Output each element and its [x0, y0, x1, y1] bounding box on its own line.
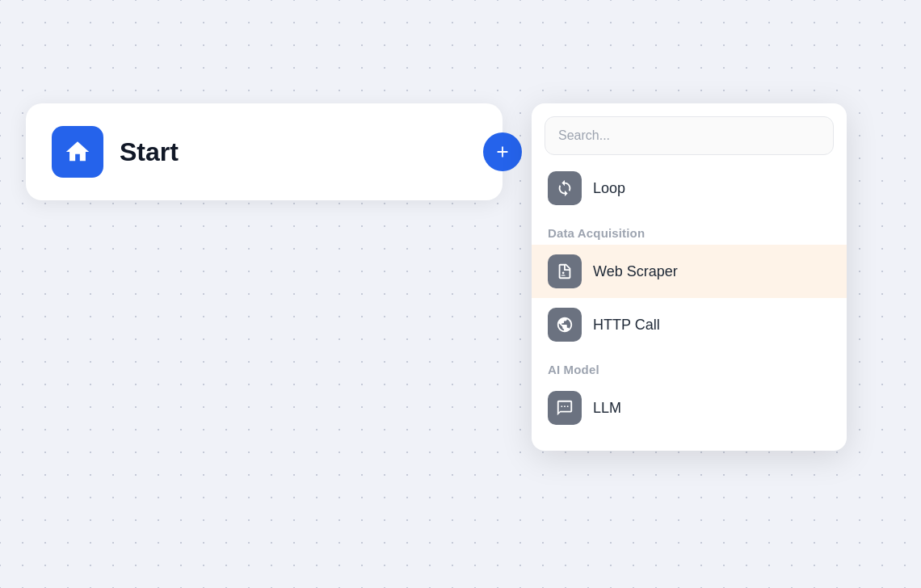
start-node-card: Start: [26, 103, 503, 200]
svg-point-2: [564, 405, 566, 407]
menu-item-http-call[interactable]: HTTP Call: [532, 298, 847, 351]
node-type-dropdown: Loop Data Acquisition Web Scraper HTTP C…: [532, 103, 847, 451]
http-call-label: HTTP Call: [593, 317, 660, 334]
menu-item-loop[interactable]: Loop: [532, 162, 847, 215]
plus-icon: [494, 143, 511, 161]
start-label: Start: [120, 137, 477, 167]
llm-label: LLM: [593, 400, 621, 417]
llm-icon-box: [548, 391, 582, 425]
start-icon-box: [52, 126, 103, 178]
web-scraper-label: Web Scraper: [593, 263, 678, 280]
section-header-data-acquisition: Data Acquisition: [532, 215, 847, 245]
loop-label: Loop: [593, 180, 625, 197]
http-call-icon: [556, 316, 574, 334]
home-icon: [64, 138, 91, 166]
search-wrapper: [532, 116, 847, 162]
svg-point-3: [567, 405, 569, 407]
menu-item-llm[interactable]: LLM: [532, 381, 847, 435]
menu-item-web-scraper[interactable]: Web Scraper: [532, 245, 847, 298]
svg-point-1: [561, 405, 562, 407]
add-step-button[interactable]: [483, 132, 522, 171]
loop-icon-box: [548, 171, 582, 205]
web-scraper-icon: [556, 262, 574, 280]
web-scraper-icon-box: [548, 254, 582, 288]
section-header-ai-model: AI Model: [532, 351, 847, 381]
search-input[interactable]: [545, 116, 834, 155]
llm-icon: [556, 399, 574, 417]
svg-point-0: [562, 271, 565, 274]
http-call-icon-box: [548, 308, 582, 342]
loop-icon: [556, 179, 574, 197]
